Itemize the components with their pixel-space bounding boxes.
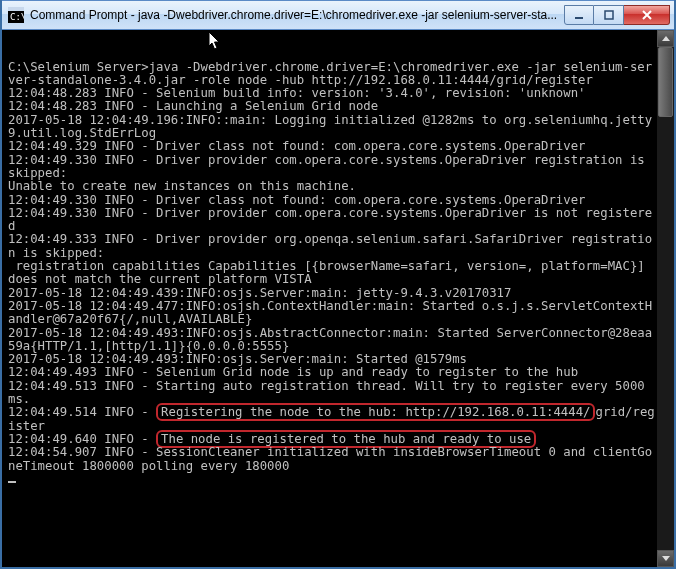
- log-line-prefix: 12:04:49.640 INFO -: [8, 432, 156, 446]
- scroll-track[interactable]: [657, 47, 674, 550]
- scroll-down-button[interactable]: [657, 550, 674, 567]
- text-cursor: [8, 481, 16, 483]
- maximize-button[interactable]: [594, 5, 624, 25]
- log-line: 12:04:48.283 INFO - Selenium build info:…: [8, 86, 585, 100]
- log-line: 12:04:48.283 INFO - Launching a Selenium…: [8, 99, 378, 113]
- svg-rect-4: [605, 11, 613, 19]
- client-area: C:\Selenium Server>java -Dwebdriver.chro…: [2, 30, 674, 567]
- svg-text:C:\: C:\: [10, 12, 24, 22]
- close-button[interactable]: [624, 5, 670, 25]
- log-line: 12:04:49.330 INFO - Driver class not fou…: [8, 193, 585, 207]
- titlebar[interactable]: C:\ Command Prompt - java -Dwebdriver.ch…: [2, 0, 674, 30]
- log-line: 12:04:49.513 INFO - Starting auto regist…: [8, 379, 652, 406]
- log-line: registration capabilities Capabilities […: [8, 259, 652, 286]
- svg-rect-1: [8, 7, 24, 11]
- log-line: 2017-05-18 12:04:49.493:INFO:osjs.Abstra…: [8, 326, 652, 353]
- svg-rect-3: [575, 17, 583, 19]
- log-line: 12:04:49.493 INFO - Selenium Grid node i…: [8, 365, 578, 379]
- scroll-thumb[interactable]: [658, 47, 673, 117]
- log-line: 2017-05-18 12:04:49.493:INFO:osjs.Server…: [8, 352, 467, 366]
- log-line: 12:04:49.330 INFO - Driver provider com.…: [8, 206, 652, 233]
- log-line: 2017-05-18 12:04:49.439:INFO:osjs.Server…: [8, 286, 511, 300]
- highlight-registering: Registering the node to the hub: http://…: [156, 403, 595, 421]
- minimize-button[interactable]: [564, 5, 594, 25]
- log-line: Unable to create new instances on this m…: [8, 179, 356, 193]
- vertical-scrollbar[interactable]: [657, 30, 674, 567]
- window-title: Command Prompt - java -Dwebdriver.chrome…: [30, 8, 564, 22]
- log-line: 2017-05-18 12:04:49.477:INFO:osjsh.Conte…: [8, 299, 652, 326]
- scroll-up-button[interactable]: [657, 30, 674, 47]
- log-line: 12:04:49.333 INFO - Driver provider org.…: [8, 232, 652, 259]
- prompt: C:\Selenium Server>: [8, 60, 149, 74]
- log-line: 12:04:54.907 INFO - SessionCleaner initi…: [8, 445, 652, 472]
- log-line: 12:04:49.329 INFO - Driver class not fou…: [8, 139, 585, 153]
- window-controls: [564, 5, 670, 25]
- log-line-prefix: 12:04:49.514 INFO -: [8, 405, 156, 419]
- log-line: 2017-05-18 12:04:49.196:INFO::main: Logg…: [8, 113, 652, 140]
- log-line: 12:04:49.330 INFO - Driver provider com.…: [8, 153, 652, 180]
- blank-line: [8, 46, 15, 60]
- cmd-icon: C:\: [8, 7, 24, 23]
- terminal-output: C:\Selenium Server>java -Dwebdriver.chro…: [2, 30, 657, 567]
